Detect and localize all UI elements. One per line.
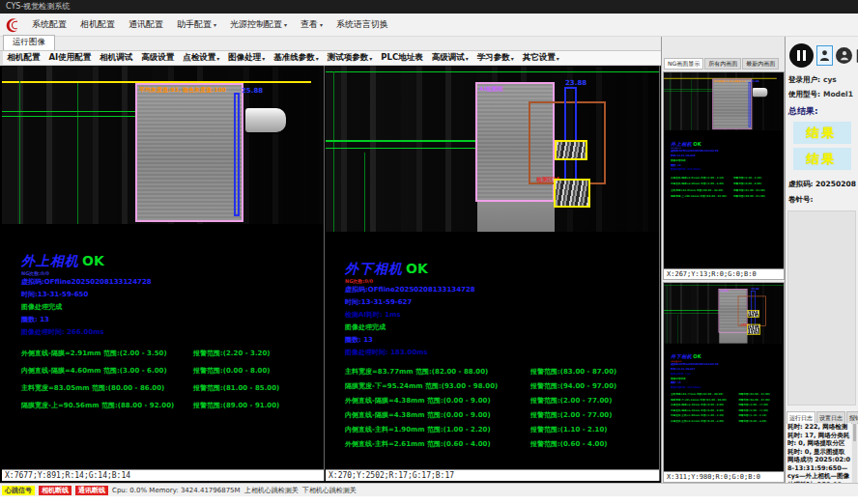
- camera-title: 外上相机: [21, 253, 79, 268]
- menu-assistant-config[interactable]: 助手配置▾: [170, 15, 223, 34]
- camera-view-lower[interactable]: AI检测框 检测区域 23.88: [664, 283, 785, 344]
- material-strip: [477, 200, 555, 232]
- control-panel: 登录用户: cys 使用型号: Model1 总结果: 结果 结果 虚拟码: 2…: [785, 37, 858, 483]
- result-box-upper: 结果: [793, 122, 851, 144]
- result-box-lower: 结果: [793, 148, 851, 170]
- pixel-coordinate-bar: X:267;Y:13;R:0;G:0;B:0: [664, 268, 784, 279]
- result-block-lower: 外下相机OK NG次数:0/0 虚拟码:OFfline2025020813313…: [671, 353, 785, 424]
- baseline-green-horizontal: [326, 71, 659, 72]
- inspection-roi-box: 平均灰度值:93, 吻合灰度值:100: [712, 79, 752, 130]
- camera-title: 外上相机: [671, 141, 692, 147]
- camera-title: 外下相机: [345, 261, 403, 276]
- dropdown-arrow-icon: ▾: [557, 55, 559, 62]
- camera-view-lower[interactable]: AI检测框 检测区域 23.88: [326, 66, 659, 232]
- tape-roi-box: [555, 140, 587, 160]
- heartbeat-badge: 心跳信号: [2, 486, 35, 495]
- tool-camera-debug[interactable]: 相机调试: [96, 52, 137, 64]
- status-ok: OK: [406, 261, 428, 276]
- status-ok: OK: [693, 354, 701, 360]
- status-ok: OK: [82, 253, 104, 268]
- tool-camera-config[interactable]: 相机配置: [3, 52, 44, 64]
- model-row: 使用型号: Model1: [786, 87, 858, 101]
- roller-object: [245, 108, 286, 132]
- tool-ai-usage-config[interactable]: AI使用配置: [44, 52, 96, 64]
- control-buttons: [786, 37, 858, 72]
- virtual-code-line: 虚拟码:OFfline20250208133134728: [345, 284, 659, 296]
- camera-view-upper[interactable]: 平均灰度值:93, 吻合灰度值:100 25.88: [2, 66, 324, 224]
- measure-row: 主料宽度=83.05mm 范围:(80.00 - 86.00)报警范围:(81.…: [21, 379, 324, 397]
- login-user-value: cys: [823, 75, 837, 85]
- loop-count-line: 圈数: 13: [345, 334, 659, 347]
- tool-spot-check[interactable]: 点检设置▾: [179, 52, 224, 64]
- measure-line-blue: [749, 82, 751, 127]
- tab-latest-frames[interactable]: 最新内画面: [742, 58, 779, 70]
- measure-row: 内侧直线-主料=1.90mm 范围:(1.00 - 2.20)报警范围:(1.1…: [345, 423, 659, 437]
- login-user-row: 登录用户: cys: [786, 72, 858, 87]
- measurements-upper: 外侧直线-隔膜=2.91mm 范围:(2.00 - 3.50)报警范围:(2.2…: [21, 345, 324, 414]
- preview-content-lower: AI检测框 检测区域 23.88 外下相机OK NG次数:0/0 虚拟码:OFf…: [664, 283, 785, 424]
- tool-other-settings[interactable]: 其它设置▾: [518, 52, 563, 64]
- tool-advanced-settings[interactable]: 高级设置: [137, 52, 179, 64]
- window-title: CYS-视觉检测系统: [6, 2, 70, 11]
- pause-button[interactable]: [789, 43, 814, 68]
- time-line: 时间:13-31-59-650: [21, 289, 324, 301]
- pixel-coordinate-bar: X:270;Y:2502;R:17;G:17;B:17: [326, 469, 659, 481]
- camera-view-upper[interactable]: 平均灰度值:93, 吻合灰度值:100 25.88: [664, 72, 785, 130]
- log-scrollbar[interactable]: [852, 423, 857, 483]
- process-time-line: 图像处理时间: 266.00ms: [21, 326, 324, 339]
- login-user-label: 登录用户:: [788, 75, 820, 85]
- measure-row: 外侧直线-隔膜=4.38mm 范围:(0.00 - 9.00)报警范围:(2.0…: [345, 394, 659, 408]
- tool-baseline-params[interactable]: 基准线参数▾: [270, 52, 324, 64]
- menu-comm-config[interactable]: 通讯配置: [122, 15, 170, 34]
- tab-all-frames[interactable]: 所有内画面: [704, 58, 741, 70]
- measure-row: 内侧直线-隔膜=4.38mm 范围:(0.00 - 9.00)报警范围:(2.0…: [345, 408, 659, 423]
- user-login-button[interactable]: [816, 45, 833, 66]
- preview-tabs: NG画面显示 所有内画面 最新内画面: [664, 58, 779, 70]
- toolbar: 相机配置 AI使用配置 相机调试 高级设置 点检设置▾ 图像处理▾ 基准线参数▾…: [0, 51, 661, 66]
- model-value: Model1: [823, 90, 853, 99]
- user-switch-button[interactable]: [836, 47, 852, 64]
- tool-advanced-debug[interactable]: 高级调试▾: [427, 52, 472, 64]
- measure-line-blue: [564, 87, 577, 191]
- camera-title: 外下相机: [671, 354, 692, 360]
- preview-panel-upper[interactable]: 平均灰度值:93, 吻合灰度值:100 25.88 外上相机OK NG次数:0/…: [663, 71, 785, 280]
- tab-ng-display[interactable]: NG画面显示: [664, 58, 703, 70]
- measure-row: 内侧直线-隔膜=4.60mm 范围:(3.00 - 6.00)报警范围:(0.0…: [671, 181, 785, 187]
- result-block-upper: 外上相机OK NG次数:0/0 虚拟码:OFfline2025020813312…: [21, 251, 324, 414]
- menu-language-switch[interactable]: 系统语言切换: [329, 15, 395, 34]
- tool-plc-address[interactable]: PLC地址表: [377, 52, 427, 64]
- tool-image-processing[interactable]: 图像处理▾: [224, 52, 270, 64]
- tab-run-image[interactable]: 运行图像: [3, 35, 55, 50]
- dropdown-arrow-icon: ▾: [369, 55, 372, 62]
- tool-learning-params[interactable]: 学习参数▾: [472, 52, 518, 64]
- menu-system-config[interactable]: 系统配置: [25, 15, 73, 34]
- process-done-line: 图像处理完成: [345, 322, 659, 334]
- pixel-coordinate-bar: X:311;Y:980;R:0;G:0;B:0: [664, 471, 784, 482]
- menu-view[interactable]: 查看▾: [294, 15, 329, 34]
- empty-list-area: [787, 210, 856, 406]
- total-result-label: 总结果:: [786, 101, 858, 119]
- menu-camera-config[interactable]: 相机配置: [73, 15, 122, 34]
- gray-value-label: 平均灰度值:93, 吻合灰度值:100: [714, 80, 746, 83]
- preview-panel-lower[interactable]: AI检测框 检测区域 23.88 外下相机OK NG次数:0/0 虚拟码:OFf…: [663, 282, 785, 483]
- tool-test-params[interactable]: 测试项参数▾: [323, 52, 377, 64]
- roller-object: [753, 88, 767, 97]
- menu-light-config[interactable]: 光源控制配置▾: [223, 15, 294, 34]
- result-block-upper: 外上相机OK NG次数:0/0 虚拟码:OFfline2025020813312…: [671, 140, 785, 200]
- inspection-roi-box: 平均灰度值:93, 吻合灰度值:100: [135, 83, 243, 222]
- measure-row: 隔膜宽度-下=95.24mm 范围:(93.00 - 98.00)报警范围:(9…: [345, 379, 659, 394]
- ai-roi-label: AI检测框: [479, 85, 503, 94]
- measure-line-blue: [234, 93, 240, 216]
- winding-pin-field: 卷针号:: [786, 189, 858, 205]
- tape-roi-box: [748, 310, 759, 318]
- material-strip: [719, 332, 747, 344]
- tape-roi-box: [554, 179, 590, 208]
- result-block-lower: 外下相机OK NG次数:0/0 虚拟码:OFfline2025020813313…: [345, 259, 659, 452]
- measure-value-label: 23.88: [565, 79, 586, 87]
- camera-offline-badge: 相机断线: [39, 486, 72, 495]
- virtual-code-field: 虚拟码: 20250208: [786, 174, 858, 189]
- status-bar: 心跳信号 相机断线 通讯断线 Cpu: 0.0% Memory: 3424.41…: [0, 483, 858, 496]
- cpu-memory-status: Cpu: 0.0% Memory: 3424.41796875M: [112, 487, 241, 494]
- measure-row: 隔膜宽度-上=90.56mm 范围:(88.00 - 92.00)报警范围:(8…: [671, 193, 785, 200]
- dropdown-arrow-icon: ▾: [320, 21, 323, 28]
